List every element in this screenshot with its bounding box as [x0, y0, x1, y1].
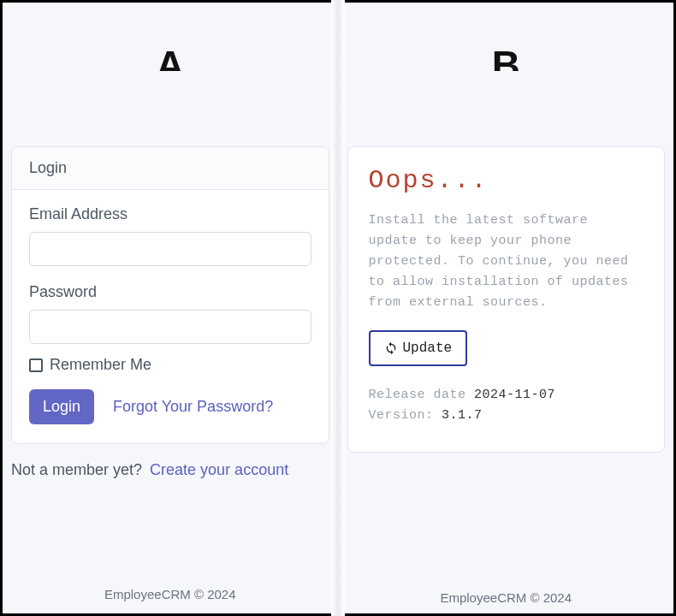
remember-me-row[interactable]: Remember Me: [29, 356, 311, 374]
footer-right: EmployeeCRM © 2024: [339, 590, 674, 605]
sync-icon: [384, 341, 398, 355]
update-button-label: Update: [403, 341, 453, 356]
remember-me-checkbox[interactable]: [29, 358, 43, 372]
panel-right: B Oops... Install the latest software up…: [339, 3, 674, 613]
version-label: Version:: [369, 408, 434, 423]
release-line: Release date 2024-11-07: [369, 385, 644, 406]
remember-me-label: Remember Me: [50, 356, 151, 374]
oops-title: Oops...: [369, 166, 644, 195]
login-card-body: Email Address Password Remember Me Login…: [12, 190, 329, 443]
login-card-title: Login: [12, 147, 329, 190]
not-member-text: Not a member yet?: [11, 461, 142, 478]
login-button[interactable]: Login: [29, 389, 94, 424]
update-button[interactable]: Update: [369, 330, 468, 366]
login-actions: Login Forgot Your Password?: [29, 389, 311, 424]
release-label: Release date: [369, 388, 466, 402]
oops-card: Oops... Install the latest software upda…: [347, 146, 666, 453]
version-line: Version: 3.1.7: [369, 406, 644, 426]
panel-left: A Login Email Address Password Remember …: [3, 3, 339, 613]
email-input[interactable]: [29, 232, 311, 266]
email-label: Email Address: [29, 205, 311, 223]
oops-body-text: Install the latest software update to ke…: [369, 210, 644, 313]
login-card: Login Email Address Password Remember Me…: [11, 146, 329, 444]
panel-letter-left: A: [3, 42, 338, 71]
signup-prompt: Not a member yet? Create your account: [11, 461, 329, 479]
footer-left: EmployeeCRM © 2024: [3, 587, 338, 601]
version-value: 3.1.7: [442, 408, 483, 423]
password-label: Password: [29, 283, 311, 301]
password-input[interactable]: [29, 310, 311, 344]
release-value: 2024-11-07: [474, 388, 555, 402]
panel-letter-right: B: [339, 42, 674, 71]
forgot-password-link[interactable]: Forgot Your Password?: [113, 398, 273, 416]
create-account-link[interactable]: Create your account: [150, 461, 288, 478]
